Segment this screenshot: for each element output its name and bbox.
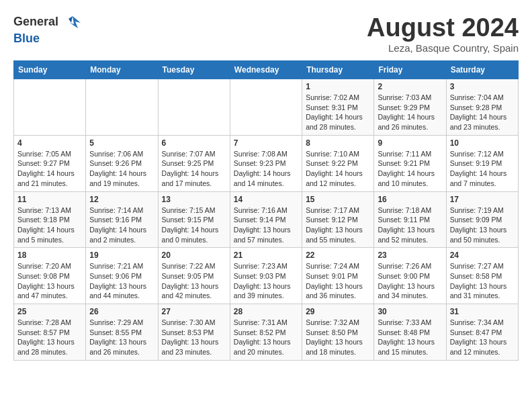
day-number: 13 (162, 195, 226, 204)
day-number: 17 (450, 195, 515, 204)
day-info: Sunrise: 7:34 AMSunset: 8:47 PMDaylight:… (450, 318, 515, 357)
day-info: Sunrise: 7:06 AMSunset: 9:26 PMDaylight:… (89, 149, 154, 189)
day-info: Sunrise: 7:03 AMSunset: 9:29 PMDaylight:… (378, 93, 442, 132)
day-number: 3 (450, 82, 515, 91)
day-info: Sunrise: 7:02 AMSunset: 9:31 PMDaylight:… (306, 93, 370, 132)
day-number: 2 (378, 82, 442, 91)
day-info: Sunrise: 7:27 AMSunset: 8:58 PMDaylight:… (450, 261, 515, 301)
day-number: 27 (162, 307, 226, 316)
day-info: Sunrise: 7:07 AMSunset: 9:25 PMDaylight:… (162, 149, 226, 189)
day-of-week-header: Thursday (302, 61, 374, 79)
calendar-day-cell: 17Sunrise: 7:19 AMSunset: 9:09 PMDayligh… (446, 191, 518, 248)
day-info: Sunrise: 7:32 AMSunset: 8:50 PMDaylight:… (306, 318, 370, 357)
day-number: 18 (17, 250, 82, 260)
main-title: August 2024 (367, 13, 519, 42)
calendar-day-cell: 30Sunrise: 7:33 AMSunset: 8:48 PMDayligh… (374, 304, 446, 361)
logo-blue: Blue (13, 32, 40, 45)
header-row: SundayMondayTuesdayWednesdayThursdayFrid… (14, 61, 519, 79)
day-info: Sunrise: 7:14 AMSunset: 9:16 PMDaylight:… (89, 205, 154, 245)
calendar-day-cell (14, 79, 86, 136)
day-number: 29 (306, 307, 370, 316)
calendar-day-cell: 3Sunrise: 7:04 AMSunset: 9:28 PMDaylight… (446, 79, 518, 136)
day-info: Sunrise: 7:13 AMSunset: 9:18 PMDaylight:… (17, 205, 82, 245)
day-number: 10 (450, 138, 515, 148)
day-info: Sunrise: 7:20 AMSunset: 9:08 PMDaylight:… (17, 261, 82, 301)
day-number: 4 (17, 138, 82, 148)
calendar-day-cell: 21Sunrise: 7:23 AMSunset: 9:03 PMDayligh… (230, 248, 302, 304)
day-of-week-header: Wednesday (230, 61, 302, 79)
day-number: 16 (378, 195, 442, 204)
day-info: Sunrise: 7:30 AMSunset: 8:53 PMDaylight:… (162, 318, 226, 357)
day-of-week-header: Friday (374, 61, 446, 79)
day-number: 23 (378, 250, 442, 260)
day-number: 31 (450, 307, 515, 316)
calendar-day-cell: 9Sunrise: 7:11 AMSunset: 9:21 PMDaylight… (374, 135, 446, 191)
day-info: Sunrise: 7:33 AMSunset: 8:48 PMDaylight:… (378, 318, 442, 357)
day-number: 26 (89, 307, 154, 316)
logo-bird-icon (63, 13, 82, 32)
day-of-week-header: Saturday (446, 61, 518, 79)
calendar-day-cell: 10Sunrise: 7:12 AMSunset: 9:19 PMDayligh… (446, 135, 518, 191)
day-info: Sunrise: 7:04 AMSunset: 9:28 PMDaylight:… (450, 93, 515, 132)
day-info: Sunrise: 7:31 AMSunset: 8:52 PMDaylight:… (234, 318, 298, 357)
calendar-day-cell: 13Sunrise: 7:15 AMSunset: 9:15 PMDayligh… (158, 191, 230, 248)
calendar-day-cell: 1Sunrise: 7:02 AMSunset: 9:31 PMDaylight… (302, 79, 374, 136)
calendar-day-cell: 25Sunrise: 7:28 AMSunset: 8:57 PMDayligh… (14, 304, 86, 361)
day-number: 22 (306, 250, 370, 260)
day-info: Sunrise: 7:15 AMSunset: 9:15 PMDaylight:… (162, 205, 226, 245)
day-number: 24 (450, 250, 515, 260)
day-of-week-header: Monday (86, 61, 158, 79)
day-info: Sunrise: 7:18 AMSunset: 9:11 PMDaylight:… (378, 205, 442, 245)
day-info: Sunrise: 7:08 AMSunset: 9:23 PMDaylight:… (234, 149, 298, 189)
day-info: Sunrise: 7:23 AMSunset: 9:03 PMDaylight:… (234, 261, 298, 301)
day-info: Sunrise: 7:24 AMSunset: 9:01 PMDaylight:… (306, 261, 370, 301)
day-number: 15 (306, 195, 370, 204)
calendar-day-cell: 2Sunrise: 7:03 AMSunset: 9:29 PMDaylight… (374, 79, 446, 136)
calendar-day-cell: 16Sunrise: 7:18 AMSunset: 9:11 PMDayligh… (374, 191, 446, 248)
day-info: Sunrise: 7:11 AMSunset: 9:21 PMDaylight:… (378, 149, 442, 189)
calendar-body: 1Sunrise: 7:02 AMSunset: 9:31 PMDaylight… (14, 79, 519, 361)
day-number: 14 (234, 195, 298, 204)
day-number: 19 (89, 250, 154, 260)
calendar-day-cell (230, 79, 302, 136)
calendar-table: SundayMondayTuesdayWednesdayThursdayFrid… (13, 60, 519, 361)
calendar-day-cell: 11Sunrise: 7:13 AMSunset: 9:18 PMDayligh… (14, 191, 86, 248)
day-number: 6 (162, 138, 226, 148)
calendar-day-cell (158, 79, 230, 136)
header: General Blue August 2024 Leza, Basque Co… (13, 13, 519, 54)
day-number: 30 (378, 307, 442, 316)
day-info: Sunrise: 7:28 AMSunset: 8:57 PMDaylight:… (17, 318, 82, 357)
day-number: 12 (89, 195, 154, 204)
calendar-week-row: 1Sunrise: 7:02 AMSunset: 9:31 PMDaylight… (14, 79, 519, 136)
day-of-week-header: Sunday (14, 61, 86, 79)
day-info: Sunrise: 7:26 AMSunset: 9:00 PMDaylight:… (378, 261, 442, 301)
day-info: Sunrise: 7:22 AMSunset: 9:05 PMDaylight:… (162, 261, 226, 301)
calendar-day-cell: 12Sunrise: 7:14 AMSunset: 9:16 PMDayligh… (86, 191, 158, 248)
day-of-week-header: Tuesday (158, 61, 230, 79)
calendar-week-row: 11Sunrise: 7:13 AMSunset: 9:18 PMDayligh… (14, 191, 519, 248)
calendar-day-cell: 22Sunrise: 7:24 AMSunset: 9:01 PMDayligh… (302, 248, 374, 304)
day-number: 20 (162, 250, 226, 260)
calendar-week-row: 25Sunrise: 7:28 AMSunset: 8:57 PMDayligh… (14, 304, 519, 361)
day-number: 7 (234, 138, 298, 148)
day-number: 1 (306, 82, 370, 91)
subtitle: Leza, Basque Country, Spain (367, 42, 519, 54)
calendar-day-cell: 4Sunrise: 7:05 AMSunset: 9:27 PMDaylight… (14, 135, 86, 191)
day-info: Sunrise: 7:21 AMSunset: 9:06 PMDaylight:… (89, 261, 154, 301)
day-number: 8 (306, 138, 370, 148)
calendar-day-cell: 26Sunrise: 7:29 AMSunset: 8:55 PMDayligh… (86, 304, 158, 361)
calendar-day-cell: 19Sunrise: 7:21 AMSunset: 9:06 PMDayligh… (86, 248, 158, 304)
calendar-day-cell: 29Sunrise: 7:32 AMSunset: 8:50 PMDayligh… (302, 304, 374, 361)
day-number: 9 (378, 138, 442, 148)
day-number: 11 (17, 195, 82, 204)
day-info: Sunrise: 7:16 AMSunset: 9:14 PMDaylight:… (234, 205, 298, 245)
calendar-header: SundayMondayTuesdayWednesdayThursdayFrid… (14, 61, 519, 79)
day-number: 28 (234, 307, 298, 316)
calendar-day-cell: 20Sunrise: 7:22 AMSunset: 9:05 PMDayligh… (158, 248, 230, 304)
day-info: Sunrise: 7:17 AMSunset: 9:12 PMDaylight:… (306, 205, 370, 245)
logo-general: General (13, 15, 58, 28)
calendar-day-cell: 8Sunrise: 7:10 AMSunset: 9:22 PMDaylight… (302, 135, 374, 191)
calendar-day-cell: 15Sunrise: 7:17 AMSunset: 9:12 PMDayligh… (302, 191, 374, 248)
day-number: 21 (234, 250, 298, 260)
calendar-day-cell: 24Sunrise: 7:27 AMSunset: 8:58 PMDayligh… (446, 248, 518, 304)
